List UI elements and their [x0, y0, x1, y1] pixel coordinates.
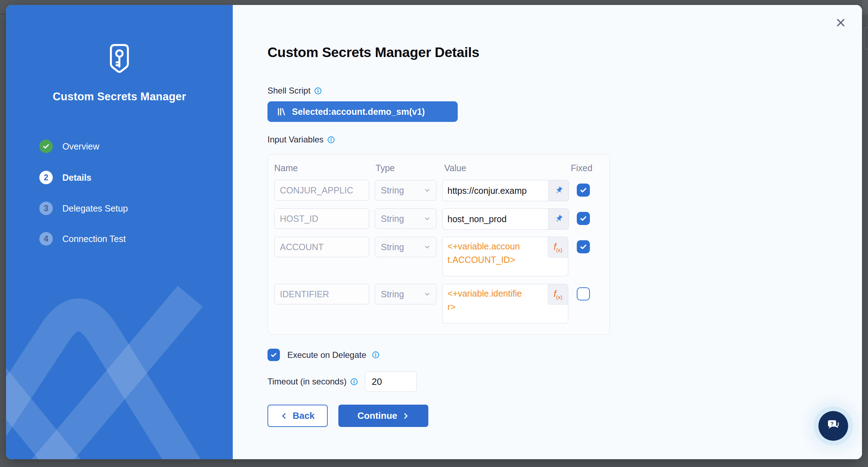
shell-script-selected-label: Selected:account.demo_sm(v1): [292, 107, 425, 117]
expression-fx-icon: f(x): [554, 289, 562, 300]
fixed-checkbox[interactable]: [577, 240, 590, 253]
brand-watermark: [6, 275, 233, 459]
pushpin-icon: [554, 214, 563, 224]
chevron-left-icon: [281, 412, 288, 420]
close-icon: [835, 17, 846, 28]
variable-type-select[interactable]: String: [375, 180, 436, 201]
wizard-modal: Custom Secrets Manager Overview 2 Detail…: [6, 5, 862, 459]
step-number: 3: [39, 202, 53, 215]
execute-on-delegate-checkbox[interactable]: [267, 349, 280, 361]
step-number: 2: [39, 171, 53, 184]
overlay-artifact-line: [0, 14, 6, 15]
variable-type-value: String: [381, 289, 404, 299]
page-title: Custom Secrets Manager Details: [267, 45, 479, 60]
variable-row: String <+variable.account.ACCOUNT_ID> f(…: [268, 237, 609, 276]
variable-type-select[interactable]: String: [375, 208, 436, 229]
input-variables-label: Input Variables: [267, 135, 323, 145]
step-label: Details: [62, 173, 91, 183]
wizard-sidebar: Custom Secrets Manager Overview 2 Detail…: [6, 5, 233, 459]
variable-row: String: [268, 208, 609, 229]
variable-value-input[interactable]: [443, 209, 548, 229]
value-type-expression-button[interactable]: f(x): [548, 284, 568, 305]
overlay-artifact-card: [864, 27, 868, 50]
column-header-fixed: Fixed: [571, 163, 592, 173]
fixed-checkbox[interactable]: [577, 287, 590, 300]
pushpin-icon: [554, 186, 563, 195]
column-header-value: Value: [444, 163, 466, 173]
execute-on-delegate-row: Execute on Delegate: [267, 349, 380, 361]
expression-value-text: <+variable.identifier>: [447, 287, 523, 314]
step-connection-test[interactable]: 4 Connection Test: [39, 232, 126, 246]
column-header-type: Type: [376, 163, 395, 173]
shell-script-selected-button[interactable]: Selected:account.demo_sm(v1): [267, 101, 458, 122]
variable-type-value: String: [381, 214, 404, 224]
step-number: 4: [39, 232, 53, 246]
wizard-main-panel: Custom Secrets Manager Details Shell Scr…: [233, 5, 862, 459]
checkbox-check-icon: [270, 351, 277, 359]
chevron-down-icon: [424, 215, 430, 222]
overlay-artifact-block: [862, 0, 868, 14]
value-type-expression-button[interactable]: f(x): [548, 237, 568, 258]
variable-row: String <+variable.identifier> f(x): [268, 284, 609, 323]
fixed-checkbox[interactable]: [577, 212, 590, 225]
input-variables-label-row: Input Variables: [267, 135, 335, 145]
step-overview[interactable]: Overview: [39, 140, 99, 153]
shield-key-icon: [106, 43, 133, 79]
step-label: Delegates Setup: [62, 203, 128, 214]
help-chat-button[interactable]: ?: [818, 411, 848, 441]
column-header-name: Name: [274, 163, 298, 173]
value-type-pin-button[interactable]: [548, 209, 569, 229]
fixed-checkbox[interactable]: [577, 184, 590, 197]
execute-on-delegate-label: Execute on Delegate: [287, 350, 366, 360]
expression-fx-icon: f(x): [554, 242, 562, 253]
expression-value-text: <+variable.account.ACCOUNT_ID>: [447, 240, 523, 266]
continue-button[interactable]: Continue: [338, 405, 428, 427]
step-label: Overview: [62, 141, 99, 152]
info-icon[interactable]: [350, 378, 358, 386]
info-icon[interactable]: [327, 136, 335, 144]
chevron-right-icon: [402, 412, 409, 420]
variable-value-expression-box[interactable]: <+variable.identifier> f(x): [442, 284, 568, 323]
variable-value-group: [442, 180, 569, 201]
wizard-footer-buttons: Back Continue: [267, 405, 428, 427]
variable-name-input[interactable]: [274, 180, 369, 201]
chevron-down-icon: [424, 187, 430, 193]
back-button-label: Back: [293, 410, 315, 421]
svg-text:?: ?: [830, 421, 834, 427]
info-icon[interactable]: [372, 351, 380, 359]
variable-type-value: String: [381, 242, 404, 252]
input-variables-table: Name Type Value Fixed String: [267, 154, 610, 335]
chevron-down-icon: [424, 291, 430, 297]
step-delegates-setup[interactable]: 3 Delegates Setup: [39, 202, 128, 215]
variable-type-value: String: [381, 185, 404, 196]
checkbox-check-icon: [579, 243, 587, 251]
step-complete-icon: [39, 140, 53, 153]
variable-value-expression-box[interactable]: <+variable.account.ACCOUNT_ID> f(x): [442, 237, 568, 276]
timeout-row: Timeout (in seconds): [267, 371, 417, 392]
variable-name-input[interactable]: [274, 284, 369, 304]
chevron-down-icon: [424, 244, 430, 250]
sidebar-title: Custom Secrets Manager: [6, 90, 233, 103]
step-label: Connection Test: [62, 234, 126, 244]
back-button[interactable]: Back: [267, 405, 328, 427]
timeout-input[interactable]: [365, 371, 417, 392]
check-icon: [42, 142, 50, 150]
shell-script-label: Shell Script: [267, 86, 310, 96]
variable-name-input[interactable]: [274, 208, 369, 229]
template-library-icon: [277, 107, 286, 117]
timeout-label: Timeout (in seconds): [267, 377, 346, 387]
close-button[interactable]: [834, 16, 847, 29]
value-type-pin-button[interactable]: [548, 180, 569, 201]
checkbox-check-icon: [579, 214, 587, 223]
checkbox-check-icon: [579, 186, 587, 194]
variable-value-group: [442, 208, 569, 230]
info-icon[interactable]: [314, 87, 322, 95]
variable-value-input[interactable]: [443, 180, 548, 201]
variable-type-select[interactable]: String: [375, 284, 436, 304]
variable-row: String: [268, 180, 609, 201]
variable-name-input[interactable]: [274, 237, 369, 257]
continue-button-label: Continue: [357, 410, 398, 421]
variable-type-select[interactable]: String: [375, 237, 436, 257]
step-details[interactable]: 2 Details: [39, 171, 91, 184]
help-chat-icon: ?: [825, 418, 841, 433]
